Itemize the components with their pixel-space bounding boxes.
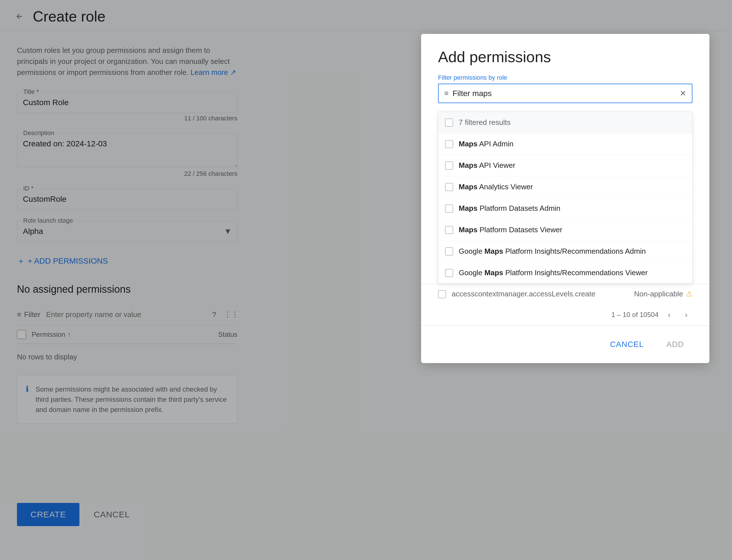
maps-platform-datasets-viewer-checkbox[interactable] [445, 226, 453, 234]
permission-row-section: accesscontextmanager.accessLevels.create… [421, 284, 709, 304]
permission-status-text: Non-applicable [634, 290, 683, 298]
maps-api-admin-checkbox[interactable] [445, 140, 453, 148]
list-item[interactable]: Maps Analytics Viewer [438, 176, 692, 198]
maps-api-viewer-label: Maps API Viewer [459, 161, 515, 170]
google-maps-insights-admin-label: Google Maps Platform Insights/Recommenda… [459, 247, 646, 256]
maps-platform-datasets-admin-checkbox[interactable] [445, 205, 453, 212]
list-item[interactable]: Maps Platform Datasets Viewer [438, 219, 692, 241]
maps-platform-datasets-admin-label: Maps Platform Datasets Admin [459, 204, 560, 213]
dropdown-header-item: 7 filtered results [438, 112, 692, 133]
modal-cancel-button[interactable]: CANCEL [601, 334, 652, 355]
modal-add-button[interactable]: ADD [658, 334, 692, 355]
maps-analytics-viewer-label: Maps Analytics Viewer [459, 183, 533, 191]
main-page: Create role Custom roles let you group p… [0, 0, 732, 560]
pagination-range: 1 – 10 of 10504 [611, 311, 659, 319]
clear-icon[interactable]: ✕ [680, 89, 686, 98]
pagination: 1 – 10 of 10504 ‹ › [421, 304, 709, 325]
modal-header: Add permissions [421, 34, 709, 74]
pagination-next-button[interactable]: › [680, 309, 692, 321]
permission-row-status: Non-applicable ⚠ [634, 290, 692, 298]
filter-by-role-label: Filter permissions by role [438, 74, 692, 81]
maps-analytics-viewer-checkbox[interactable] [445, 183, 453, 191]
pagination-prev-button[interactable]: ‹ [663, 309, 675, 321]
maps-api-admin-label: Maps API Admin [459, 140, 514, 148]
list-item[interactable]: Maps API Admin [438, 133, 692, 155]
list-item[interactable]: Maps API Viewer [438, 155, 692, 176]
list-item[interactable]: Google Maps Platform Insights/Recommenda… [438, 262, 692, 283]
warning-icon: ⚠ [686, 290, 692, 298]
dropdown-list: 7 filtered results Maps API Admin Maps A… [438, 112, 692, 284]
permission-row-text: accesscontextmanager.accessLevels.create [452, 290, 595, 298]
maps-platform-datasets-viewer-label: Maps Platform Datasets Viewer [459, 225, 562, 234]
filter-lines-icon: ≡ [444, 89, 449, 98]
select-all-results-checkbox[interactable] [445, 119, 453, 127]
add-permissions-modal: Add permissions Filter permissions by ro… [421, 34, 709, 363]
modal-title: Add permissions [438, 48, 692, 66]
filter-by-role-input-wrapper: ≡ ✕ [438, 84, 692, 103]
google-maps-insights-viewer-label: Google Maps Platform Insights/Recommenda… [459, 268, 648, 277]
filter-by-role-section: Filter permissions by role ≡ ✕ [421, 74, 709, 112]
filtered-results-label: 7 filtered results [459, 118, 511, 127]
list-item[interactable]: Google Maps Platform Insights/Recommenda… [438, 241, 692, 262]
google-maps-insights-viewer-checkbox[interactable] [445, 269, 453, 277]
modal-footer: CANCEL ADD [421, 325, 709, 363]
maps-api-viewer-checkbox[interactable] [445, 162, 453, 170]
filter-by-role-input[interactable] [452, 89, 676, 98]
permission-row-checkbox[interactable] [438, 290, 446, 298]
modal-overlay: Add permissions Filter permissions by ro… [0, 0, 732, 560]
google-maps-insights-admin-checkbox[interactable] [445, 248, 453, 255]
list-item[interactable]: Maps Platform Datasets Admin [438, 198, 692, 219]
